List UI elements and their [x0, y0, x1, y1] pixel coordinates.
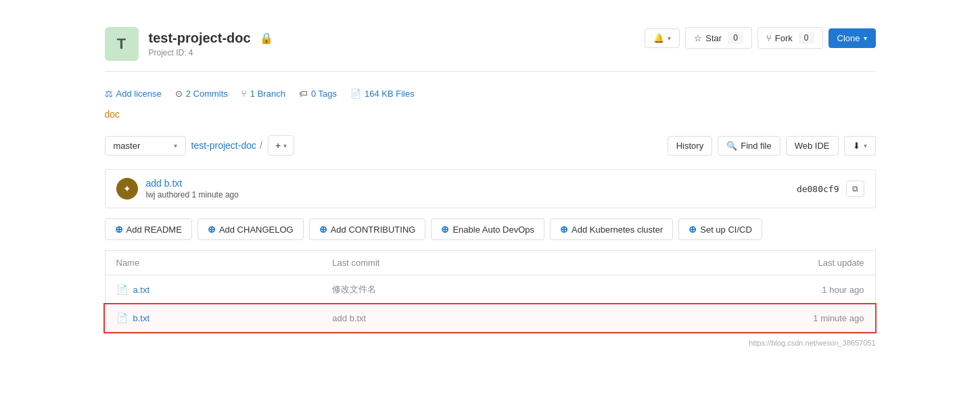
history-button[interactable]: History [668, 136, 712, 156]
plus-icon: ⊕ [115, 224, 123, 235]
fork-count: 0 [799, 32, 814, 44]
footer-watermark: https://blog.csdn.net/weixin_38657051 [105, 332, 876, 350]
path-separator: / [260, 140, 262, 151]
commit-right: de080cf9 ⧉ [797, 181, 864, 197]
plus-icon: ⊕ [319, 224, 327, 235]
col-commit-header: Last commit [321, 251, 590, 275]
add-license-link[interactable]: ⚖ Add license [105, 89, 162, 99]
star-icon: ☆ [694, 33, 702, 43]
col-update-header: Last update [591, 251, 875, 275]
quick-action-button-0[interactable]: ⊕Add README [105, 218, 192, 240]
files-link[interactable]: 📄 164 KB Files [350, 89, 415, 99]
plus-icon: ⊕ [689, 224, 697, 235]
quick-action-button-2[interactable]: ⊕Add CONTRIBUTING [309, 218, 426, 240]
clone-label: Clone [837, 33, 860, 43]
branch-link[interactable]: ⑂ 1 Branch [241, 89, 285, 99]
notification-icon: 🔔 [653, 33, 664, 43]
branch-icon: ⑂ [241, 89, 247, 99]
plus-icon: ⊕ [208, 224, 216, 235]
file-toolbar-left: master ▾ test-project-doc / + ▾ [105, 135, 295, 156]
project-id: Project ID: 4 [149, 48, 273, 57]
chevron-down-icon: ▾ [283, 142, 287, 149]
quick-action-button-5[interactable]: ⊕Set up CI/CD [678, 218, 762, 240]
file-table: Name Last commit Last update 📄 a.txt 修改文… [105, 250, 876, 332]
plus-icon: ⊕ [441, 224, 449, 235]
commits-icon: ⊙ [175, 89, 183, 99]
project-avatar: T [105, 27, 139, 61]
star-label: Star [705, 33, 722, 43]
history-label: History [676, 141, 703, 151]
fork-label: Fork [775, 33, 793, 43]
file-toolbar-right: History 🔍 Find file Web IDE ⬇ ▾ [668, 136, 876, 156]
file-commit-cell: add b.txt [321, 304, 590, 332]
star-button[interactable]: ☆ Star 0 [685, 27, 752, 49]
path-breadcrumb: test-project-doc / [191, 140, 262, 151]
commit-left: ✦ add b.txt lwj authored 1 minute ago [116, 178, 239, 200]
project-description: doc [105, 106, 876, 130]
tag-icon: 🏷 [299, 89, 308, 99]
quick-action-button-1[interactable]: ⊕Add CHANGELOG [197, 218, 304, 240]
plus-icon: ⊕ [560, 224, 568, 235]
project-title-area: T test-project-doc 🔒 Project ID: 4 [105, 27, 273, 61]
table-row: 📄 a.txt 修改文件名 1 hour ago [105, 275, 875, 304]
avatar-icon: ✦ [123, 183, 131, 194]
branch-label: 1 Branch [250, 89, 285, 99]
authored-label: authored [158, 190, 192, 200]
file-link[interactable]: 📄 b.txt [116, 312, 311, 323]
commit-hash[interactable]: de080cf9 [797, 184, 839, 194]
file-table-header: Name Last commit Last update [105, 251, 875, 275]
fork-icon: ⑂ [766, 33, 772, 43]
lock-icon: 🔒 [260, 32, 273, 45]
quick-action-button-4[interactable]: ⊕Add Kubernetes cluster [550, 218, 673, 240]
project-name: test-project-doc [149, 30, 251, 46]
commit-avatar: ✦ [116, 178, 138, 200]
commit-author-info: lwj authored 1 minute ago [146, 190, 239, 200]
col-name-header: Name [105, 251, 321, 275]
quick-action-button-3[interactable]: ⊕Enable Auto DevOps [431, 218, 544, 240]
tags-link[interactable]: 🏷 0 Tags [299, 89, 337, 99]
project-header: T test-project-doc 🔒 Project ID: 4 🔔 ▾ ☆… [105, 14, 876, 72]
commits-link[interactable]: ⊙ 2 Commits [175, 89, 228, 99]
chevron-down-icon: ▾ [864, 34, 867, 42]
commit-author: lwj [146, 190, 156, 200]
web-ide-button[interactable]: Web IDE [786, 136, 839, 156]
fork-button[interactable]: ⑂ Fork 0 [757, 27, 823, 49]
file-name: b.txt [133, 313, 150, 323]
find-file-button[interactable]: 🔍 Find file [718, 136, 780, 156]
clone-button[interactable]: Clone ▾ [829, 28, 876, 48]
table-row: 📄 b.txt add b.txt 1 minute ago [105, 304, 875, 332]
path-project-link[interactable]: test-project-doc [191, 140, 256, 151]
license-icon: ⚖ [105, 89, 113, 99]
quick-action-label: Enable Auto DevOps [452, 225, 534, 235]
file-name: a.txt [133, 285, 150, 295]
commit-details: add b.txt lwj authored 1 minute ago [146, 178, 239, 200]
add-file-button[interactable]: + ▾ [268, 135, 294, 156]
copy-hash-button[interactable]: ⧉ [846, 181, 864, 197]
branch-name: master [114, 141, 141, 151]
download-button[interactable]: ⬇ ▾ [844, 136, 876, 156]
file-table-body: 📄 a.txt 修改文件名 1 hour ago 📄 b.txt add b.t… [105, 275, 875, 332]
branch-dropdown[interactable]: master ▾ [105, 136, 186, 156]
file-update-cell: 1 minute ago [591, 304, 875, 332]
tags-label: 0 Tags [311, 89, 337, 99]
files-label: 164 KB Files [365, 89, 415, 99]
file-name-cell: 📄 a.txt [105, 275, 321, 304]
file-name-cell: 📄 b.txt [105, 304, 321, 332]
commit-message[interactable]: add b.txt [146, 178, 239, 189]
web-ide-label: Web IDE [795, 141, 830, 151]
file-link[interactable]: 📄 a.txt [116, 284, 311, 295]
chevron-down-icon: ▾ [174, 142, 177, 149]
commits-label: 2 Commits [186, 89, 228, 99]
project-meta: ⚖ Add license ⊙ 2 Commits ⑂ 1 Branch 🏷 0… [105, 82, 876, 106]
chevron-down-icon: ▾ [864, 142, 867, 149]
quick-action-label: Add Kubernetes cluster [571, 225, 663, 235]
quick-actions: ⊕Add README⊕Add CHANGELOG⊕Add CONTRIBUTI… [105, 218, 876, 240]
file-toolbar: master ▾ test-project-doc / + ▾ History … [105, 130, 876, 161]
quick-action-label: Set up CI/CD [700, 225, 752, 235]
file-icon: 📄 [116, 284, 128, 295]
notification-button[interactable]: 🔔 ▾ [645, 28, 680, 48]
project-info: test-project-doc 🔒 Project ID: 4 [149, 30, 273, 57]
commit-time: 1 minute ago [192, 190, 239, 200]
download-icon: ⬇ [853, 141, 860, 151]
copy-icon: ⧉ [852, 184, 858, 193]
